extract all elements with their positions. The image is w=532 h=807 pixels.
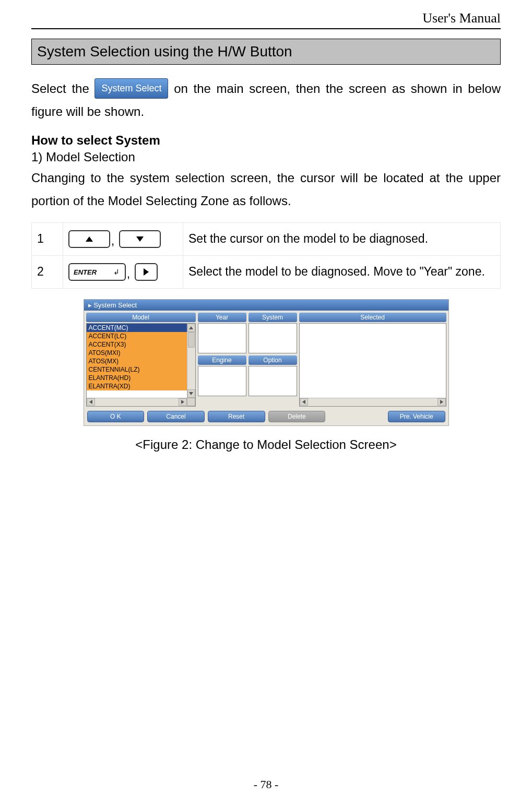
horizontal-scrollbar[interactable] (87, 398, 187, 406)
model-listbox[interactable]: ACCENT(MC) ACCENT(LC) ACCENT(X3) ATOS(MX… (86, 323, 196, 407)
cancel-button[interactable]: Cancel (147, 411, 205, 422)
row-description: Select the model to be diagnosed. Move t… (183, 255, 501, 288)
right-button[interactable] (135, 263, 158, 281)
year-column-label: Year (198, 313, 246, 322)
list-item[interactable]: ACCENT(X3) (87, 340, 195, 349)
enter-arrow-icon: ↲ (113, 268, 120, 276)
enter-label: ENTER (74, 268, 97, 276)
option-column-label: Option (249, 355, 297, 365)
arrow-left-icon (302, 400, 305, 404)
intro-paragraph: Select the System Select on the main scr… (31, 77, 501, 124)
scroll-left-button[interactable] (87, 398, 95, 406)
section-title: System Selection using the H/W Button (31, 39, 501, 65)
reset-button[interactable]: Reset (208, 411, 265, 422)
row-number: 2 (32, 255, 63, 288)
table-row: 2 ENTER ↲ , Select the model to be diagn… (32, 255, 501, 288)
scroll-handle[interactable] (188, 332, 195, 348)
triangle-up-icon (86, 236, 93, 242)
arrow-up-icon (189, 326, 193, 329)
row-number: 1 (32, 222, 63, 255)
list-item[interactable]: ACCENT(MC) (87, 324, 195, 332)
screenshot-titlebar: System Select (84, 300, 448, 311)
scroll-left-button[interactable] (300, 398, 308, 406)
system-listbox[interactable] (249, 323, 297, 353)
scroll-corner (187, 398, 195, 406)
model-column-label: Model (86, 313, 196, 322)
list-item[interactable]: ACCENT(LC) (87, 332, 195, 340)
vertical-scrollbar[interactable] (187, 324, 195, 398)
scroll-right-button[interactable] (179, 398, 187, 406)
triangle-down-icon (136, 236, 144, 242)
step1-title: 1) Model Selection (31, 150, 501, 164)
list-item[interactable]: CENTENNIAL(LZ) (87, 365, 195, 374)
arrow-right-icon (440, 400, 443, 404)
figure-wrap: System Select Model ACCENT(MC) ACCENT(LC… (31, 299, 501, 452)
page-header: User's Manual (31, 10, 501, 29)
page-number: - 78 - (0, 778, 532, 791)
triangle-right-icon (144, 268, 149, 276)
scroll-right-button[interactable] (438, 398, 446, 406)
delete-button[interactable]: Delete (268, 411, 326, 422)
engine-listbox[interactable] (198, 366, 246, 396)
option-listbox[interactable] (249, 366, 297, 396)
list-item[interactable]: ATOS(MX) (87, 357, 195, 365)
how-to-heading: How to select System (31, 133, 501, 148)
prev-vehicle-button[interactable]: Pre. Vehicle (388, 411, 445, 422)
down-button[interactable] (119, 230, 161, 248)
table-row: 1 , Set the cursor on the model to be di… (32, 222, 501, 255)
horizontal-scrollbar[interactable] (300, 398, 446, 406)
system-select-button[interactable]: System Select (94, 78, 168, 99)
instruction-table: 1 , Set the cursor on the model to be di… (31, 222, 501, 289)
list-item[interactable]: ATOS(MXI) (87, 349, 195, 357)
enter-button[interactable]: ENTER ↲ (68, 263, 126, 281)
figure-caption: <Figure 2: Change to Model Selection Scr… (31, 437, 501, 452)
selected-listbox[interactable] (299, 323, 446, 407)
arrow-down-icon (189, 392, 193, 395)
year-listbox[interactable] (198, 323, 246, 353)
scroll-down-button[interactable] (187, 389, 195, 398)
engine-column-label: Engine (198, 355, 246, 365)
intro-before: Select the (31, 81, 94, 96)
selected-column-label: Selected (299, 313, 446, 322)
scroll-up-button[interactable] (187, 324, 195, 332)
system-select-screenshot: System Select Model ACCENT(MC) ACCENT(LC… (84, 299, 449, 426)
button-spacer (328, 411, 385, 422)
row-buttons: , (63, 222, 183, 255)
list-item[interactable]: ELANTRA(HD) (87, 374, 195, 382)
up-button[interactable] (68, 230, 110, 248)
list-item[interactable]: ELANTRA(XD) (87, 382, 195, 390)
step1-text: Changing to the system selection screen,… (31, 167, 501, 213)
row-buttons: ENTER ↲ , (63, 255, 183, 288)
row-description: Set the cursor on the model to be diagno… (183, 222, 501, 255)
system-column-label: System (249, 313, 297, 322)
arrow-right-icon (181, 400, 184, 404)
screenshot-button-row: O K Cancel Reset Delete Pre. Vehicle (84, 409, 448, 425)
arrow-left-icon (89, 400, 92, 404)
ok-button[interactable]: O K (87, 411, 145, 422)
